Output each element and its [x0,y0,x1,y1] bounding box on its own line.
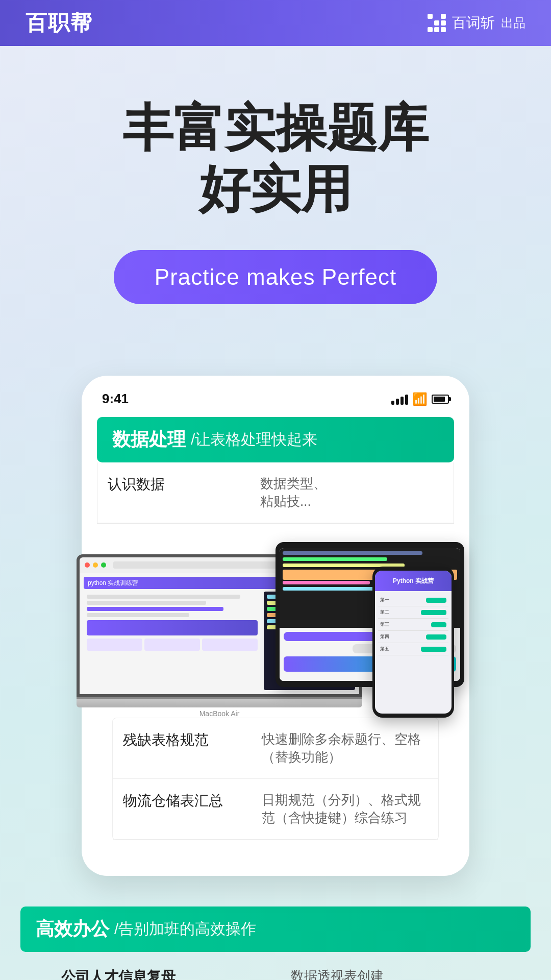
sp-item-5: 第五 [378,643,448,655]
sp-item-label-1: 第一 [380,597,389,603]
category2-header: 高效办公 /告别加班的高效操作 [20,906,531,952]
devices-overlay: python 实战训练营 [97,513,454,718]
footer-rows: 公司人才信息复母 数据透视表创建 [20,952,531,980]
category2-title-bold: 高效办公 [36,917,109,942]
sp-header-text: Python 实战营 [393,577,434,585]
brand-suffix: 出品 [501,15,525,31]
status-bar: 9:41 📶 [97,391,454,417]
sp-item-label-2: 第二 [380,609,389,616]
status-right: 📶 [391,392,449,406]
table-row-defect: 残缺表格规范 快速删除多余标题行、空格（替换功能） [113,718,438,779]
sp-item-label-5: 第五 [380,646,389,652]
tablet-code-line-1 [283,551,422,555]
sp-bar-5 [421,647,446,652]
sp-item-3: 第三 [378,619,448,631]
sp-item-4: 第四 [378,631,448,643]
hero-title: 丰富实操题库 好实用 [41,97,510,219]
brand-area: 百词斩 出品 [428,13,525,33]
brand-name: 百词斩 [452,13,495,33]
footer-col-left: 公司人才信息复母 [61,967,260,980]
row-logistics-right: 日期规范（分列）、格式规范（含快捷键）综合练习 [262,791,428,827]
small-phone-screen: Python 实战营 第一 第二 [375,571,452,714]
sp-item-label-4: 第四 [380,633,389,640]
app-logo: 百职帮 [26,9,93,37]
sp-bar-2 [421,610,446,615]
hero-title-line2: 好实用 [41,158,510,219]
sp-bar-3 [431,622,446,627]
battery-icon [432,395,449,404]
laptop-banner-text: python 实战训练营 [88,579,138,587]
category1-header: 数据处理 /让表格处理快起来 [97,417,454,462]
sp-item-1: 第一 [378,594,448,606]
laptop-label: MacBook Air [77,709,362,718]
sp-bar-1 [426,598,446,603]
row1-left: 认识数据 [108,475,260,510]
footer-title-left: 公司人才信息复母 [61,967,260,980]
row1-right: 数据类型、粘贴技... [260,475,443,510]
category2-title-light: /告别加班的高效操作 [114,919,256,940]
tablet-code-line-2 [283,557,387,561]
footer-text-right: 数据透视表创建 [291,967,490,980]
minimize-dot [93,562,98,568]
expand-dot [101,562,106,568]
app-header: 百职帮 百词斩 出品 [0,0,551,46]
mockup-section: 9:41 📶 数据处理 /让表格处理快起来 认识数据 数据类型、粘贴技... [0,376,551,876]
row-defect-right: 快速删除多余标题行、空格（替换功能） [262,730,428,766]
footer-col-right: 数据透视表创建 [291,967,490,980]
category1-title-light: /让表格处理快起来 [191,429,317,450]
hero-section: 丰富实操题库 好实用 Practice makes Perfect [0,46,551,376]
status-time: 9:41 [102,391,129,407]
category1-title-bold: 数据处理 [112,427,186,452]
row-logistics-left: 物流仓储表汇总 [123,791,262,827]
signal-icon [391,394,408,405]
laptop-base [77,697,362,707]
small-phone-device: Python 实战营 第一 第二 [372,567,454,718]
small-phone-frame: Python 实战营 第一 第二 [372,567,454,718]
phone-mockup: 9:41 📶 数据处理 /让表格处理快起来 认识数据 数据类型、粘贴技... [82,376,469,876]
practice-button[interactable]: Practice makes Perfect [114,250,437,304]
sp-list: 第一 第二 第三 第四 [375,591,452,658]
sp-bar-4 [426,634,446,640]
sp-item-label-3: 第三 [380,621,389,628]
table-row-logistics: 物流仓储表汇总 日期规范（分列）、格式规范（含快捷键）综合练习 [113,779,438,840]
bottom-table-content: 残缺表格规范 快速删除多余标题行、空格（替换功能） 物流仓储表汇总 日期规范（分… [97,707,454,861]
bottom-table-rows: 残缺表格规范 快速删除多余标题行、空格（替换功能） 物流仓储表汇总 日期规范（分… [112,718,439,840]
second-category-section: 高效办公 /告别加班的高效操作 公司人才信息复母 数据透视表创建 [0,876,551,980]
brand-grid-icon [428,14,446,32]
sp-item-2: 第二 [378,606,448,619]
hero-title-line1: 丰富实操题库 [41,97,510,158]
sp-header: Python 实战营 [375,571,452,591]
wifi-icon: 📶 [412,392,428,406]
tablet-code-line-4 [283,581,370,584]
row-defect-left: 残缺表格规范 [123,730,262,766]
close-dot [85,562,90,568]
